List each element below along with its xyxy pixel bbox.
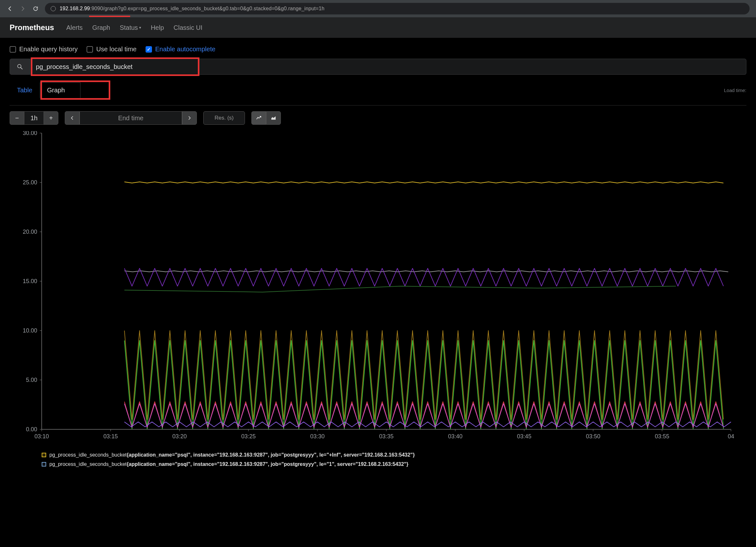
back-button[interactable] xyxy=(6,5,13,12)
checkbox-unchecked-icon[interactable] xyxy=(87,46,93,53)
chart-area[interactable]: 0.005.0010.0015.0020.0025.0030.0003:1003… xyxy=(10,131,746,445)
url-host: 192.168.2.99 xyxy=(60,6,90,11)
svg-line-1 xyxy=(21,68,22,69)
checkbox-checked-icon[interactable]: ✓ xyxy=(146,46,152,53)
nav-graph[interactable]: Graph xyxy=(92,24,110,31)
nav-help[interactable]: Help xyxy=(151,24,164,31)
url-bar[interactable]: 192.168.2.99:9090/graph?g0.expr=pg_proce… xyxy=(45,3,750,14)
globe-icon xyxy=(51,6,56,11)
enable-autocomplete[interactable]: ✓ Enable autocomplete xyxy=(146,46,215,53)
checkbox-unchecked-icon[interactable] xyxy=(10,46,16,53)
legend-swatch xyxy=(42,462,46,467)
svg-text:0.00: 0.00 xyxy=(26,426,37,433)
reload-icon xyxy=(33,6,38,12)
nav-alerts[interactable]: Alerts xyxy=(66,24,83,31)
search-icon xyxy=(17,63,23,70)
tabs-row: Table Graph Load time: xyxy=(10,82,746,98)
svg-text:20.00: 20.00 xyxy=(23,229,37,235)
load-time: Load time: xyxy=(724,88,746,93)
legend-text: pg_process_idle_seconds_bucket{applicati… xyxy=(49,460,408,469)
tab-graph[interactable]: Graph xyxy=(40,82,80,98)
svg-text:03:45: 03:45 xyxy=(517,433,531,440)
svg-text:03:55: 03:55 xyxy=(655,433,669,440)
legend-text: pg_process_idle_seconds_bucket{applicati… xyxy=(49,450,415,460)
controls-row: − 1h + End time Res. (s) xyxy=(10,105,746,125)
svg-text:03:25: 03:25 xyxy=(241,433,256,440)
arrow-left-icon xyxy=(7,6,13,12)
url-text: 192.168.2.99:9090/graph?g0.expr=pg_proce… xyxy=(60,6,324,12)
range-group: − 1h + xyxy=(10,111,58,125)
svg-text:03:30: 03:30 xyxy=(310,433,324,440)
legend: pg_process_idle_seconds_bucket{applicati… xyxy=(42,450,746,469)
nav-classic-ui[interactable]: Classic UI xyxy=(173,24,202,31)
svg-text:04: 04 xyxy=(728,433,734,440)
query-row xyxy=(10,59,746,75)
chart-type-group xyxy=(251,111,281,125)
legend-item[interactable]: pg_process_idle_seconds_bucket{applicati… xyxy=(42,450,746,460)
svg-text:03:15: 03:15 xyxy=(103,433,118,440)
search-button[interactable] xyxy=(10,59,30,75)
chart-type-stacked-button[interactable] xyxy=(266,111,281,125)
arrow-right-icon xyxy=(20,6,26,12)
endtime-prev-button[interactable] xyxy=(65,111,80,125)
svg-text:03:40: 03:40 xyxy=(448,433,462,440)
reload-button[interactable] xyxy=(32,5,39,12)
range-plus-button[interactable]: + xyxy=(44,111,58,125)
range-input[interactable]: 1h xyxy=(24,111,44,125)
svg-text:10.00: 10.00 xyxy=(23,327,37,334)
query-input[interactable] xyxy=(30,59,746,75)
legend-swatch xyxy=(42,453,46,457)
area-chart-icon xyxy=(271,115,276,121)
use-local-time[interactable]: Use local time xyxy=(87,46,137,53)
navbar: Prometheus Alerts Graph Status▾ Help Cla… xyxy=(0,17,756,38)
svg-text:25.00: 25.00 xyxy=(23,179,37,186)
browser-chrome: 192.168.2.99:9090/graph?g0.expr=pg_proce… xyxy=(0,0,756,17)
chart-type-line-button[interactable] xyxy=(251,111,266,125)
legend-item[interactable]: pg_process_idle_seconds_bucket{applicati… xyxy=(42,460,746,469)
nav-arrows xyxy=(6,5,39,12)
svg-text:5.00: 5.00 xyxy=(26,377,37,383)
history-label: Enable query history xyxy=(19,46,78,53)
resolution-input[interactable]: Res. (s) xyxy=(203,111,245,125)
svg-text:30.00: 30.00 xyxy=(23,131,37,136)
endtime-next-button[interactable] xyxy=(182,111,197,125)
endtime-input[interactable]: End time xyxy=(80,111,182,125)
svg-text:03:35: 03:35 xyxy=(379,433,393,440)
nav-status[interactable]: Status▾ xyxy=(120,24,141,31)
autocomplete-label: Enable autocomplete xyxy=(155,46,215,53)
forward-button[interactable] xyxy=(19,5,26,12)
chevron-down-icon: ▾ xyxy=(139,25,141,30)
chevron-left-icon xyxy=(70,115,75,121)
range-minus-button[interactable]: − xyxy=(10,111,24,125)
tab-table[interactable]: Table xyxy=(10,82,40,98)
chart-svg: 0.005.0010.0015.0020.0025.0030.0003:1003… xyxy=(10,131,734,445)
enable-query-history[interactable]: Enable query history xyxy=(10,46,78,53)
tab-graph-label: Graph xyxy=(47,87,65,94)
tabs: Table Graph xyxy=(10,82,80,98)
endtime-group: End time xyxy=(65,111,197,125)
svg-text:15.00: 15.00 xyxy=(23,278,37,284)
localtime-label: Use local time xyxy=(96,46,137,53)
options-row: Enable query history Use local time ✓ En… xyxy=(10,46,746,53)
chevron-right-icon xyxy=(187,115,192,121)
svg-text:03:50: 03:50 xyxy=(586,433,600,440)
svg-text:03:10: 03:10 xyxy=(34,433,49,440)
content-area: Enable query history Use local time ✓ En… xyxy=(0,38,756,469)
nav-status-label: Status xyxy=(120,24,138,31)
annotation-underline xyxy=(89,16,130,17)
line-chart-icon xyxy=(256,115,262,121)
url-path: :9090/graph?g0.expr=pg_process_idle_seco… xyxy=(90,6,324,11)
brand[interactable]: Prometheus xyxy=(10,23,54,32)
svg-text:03:20: 03:20 xyxy=(172,433,187,440)
